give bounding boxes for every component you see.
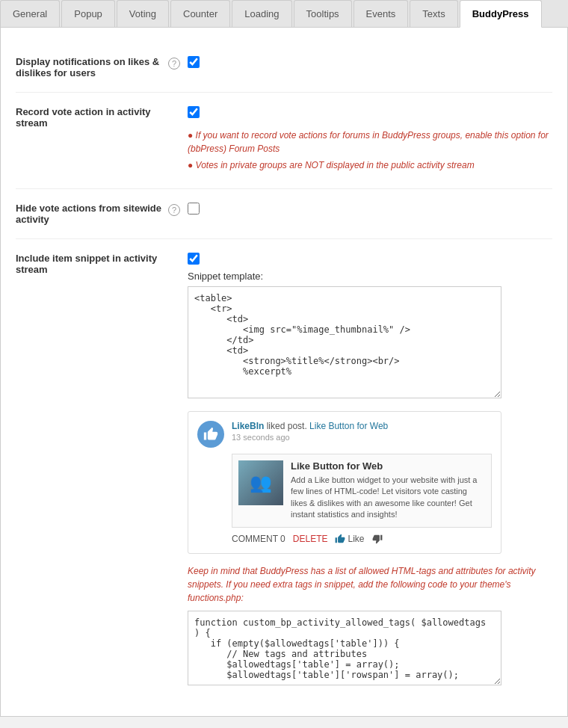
snippet-textarea[interactable] [188,286,501,398]
preview-timestamp: 13 seconds ago [232,433,388,442]
record-vote-notes: ● If you want to record vote actions for… [188,129,552,172]
preview-delete-btn[interactable]: DELETE [293,534,328,544]
preview-item-title: Like Button for Web [291,460,485,472]
tab-buddypress[interactable]: BuddyPress [460,0,542,28]
tab-popup[interactable]: Popup [61,0,115,27]
footer-info-text: Keep in mind that BuddyPress has a list … [188,564,552,605]
notifications-help-icon[interactable]: ? [168,58,180,70]
setting-label-record-vote: Record vote action in activity stream [16,106,188,129]
notifications-label-text: Display notifications on likes & dislike… [16,56,164,78]
thumbs-up-icon [203,427,218,442]
notifications-checkbox[interactable] [188,56,200,68]
snippet-checkbox[interactable] [188,253,200,265]
preview-header: LikeBln liked post. Like Button for Web … [197,421,492,448]
tab-voting[interactable]: Voting [117,0,169,27]
preview-actions: COMMENT 0 DELETE Like [232,534,492,544]
hide-vote-label-text: Hide vote actions from sitewide activity [16,203,164,225]
record-vote-control: ● If you want to record vote actions for… [188,106,552,175]
like-thumb-icon [335,534,345,544]
record-vote-note1: ● If you want to record vote actions for… [188,129,552,155]
setting-label-notifications: Display notifications on likes & dislike… [16,56,188,78]
hide-vote-control [188,203,552,220]
preview-avatar [197,421,224,448]
thumb-people-icon: 👥 [250,472,272,493]
record-vote-note2: ● Votes in private groups are NOT displa… [188,158,552,172]
preview-meta: LikeBln liked post. Like Button for Web … [232,421,388,442]
setting-label-snippet: Include item snippet in activity stream [16,253,188,275]
tabs-bar: General Popup Voting Counter Loading Too… [0,0,568,28]
snippet-template-label: Snippet template: [188,271,552,282]
notifications-control [188,56,552,74]
tab-counter[interactable]: Counter [170,0,230,27]
preview-action-text: liked post. [267,421,309,431]
setting-row-notifications: Display notifications on likes & dislike… [16,43,552,93]
dislike-thumb-icon [372,534,383,544]
setting-row-record-vote: Record vote action in activity stream ● … [16,93,552,189]
functions-code-textarea[interactable] [188,611,501,685]
preview-thumbnail: 👥 [238,460,283,505]
preview-item-desc: Add a Like button widget to your website… [291,475,485,521]
tab-events[interactable]: Events [354,0,409,27]
preview-comment-btn[interactable]: COMMENT 0 [232,534,285,544]
record-vote-label-text: Record vote action in activity stream [16,106,180,129]
hide-vote-help-icon[interactable]: ? [168,204,180,216]
tab-texts[interactable]: Texts [410,0,457,27]
preview-thumb-image: 👥 [238,460,283,505]
like-label: Like [348,534,364,544]
settings-content: Display notifications on likes & dislike… [0,28,568,717]
setting-row-hide-vote: Hide vote actions from sitewide activity… [16,189,552,239]
tab-tooltips[interactable]: Tooltips [294,0,352,27]
preview-username: LikeBln [232,421,264,431]
tab-general[interactable]: General [0,0,60,27]
preview-content: 👥 Like Button for Web Add a Like button … [232,454,492,528]
preview-text-block: Like Button for Web Add a Like button wi… [291,460,485,521]
tab-loading[interactable]: Loading [232,0,291,27]
snippet-control: Snippet template: LikeBln liked post. Li… [188,253,552,688]
setting-row-snippet: Include item snippet in activity stream … [16,239,552,701]
preview-like-btn[interactable]: Like [335,534,364,544]
snippet-label-text: Include item snippet in activity stream [16,253,180,275]
snippet-preview-box: LikeBln liked post. Like Button for Web … [188,411,501,554]
hide-vote-checkbox[interactable] [188,203,200,215]
preview-post-link[interactable]: Like Button for Web [309,421,388,431]
setting-label-hide-vote: Hide vote actions from sitewide activity… [16,203,188,225]
record-vote-checkbox[interactable] [188,106,200,118]
